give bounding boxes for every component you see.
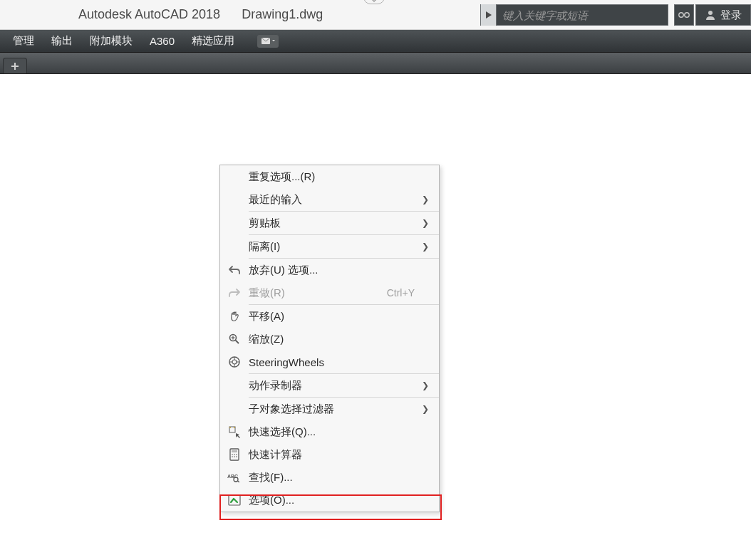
qat-dropdown-notch[interactable] [363, 0, 385, 4]
undo-icon [220, 264, 249, 276]
cm-clipboard[interactable]: 剪贴板 ❯ [220, 212, 439, 234]
new-tab-button[interactable] [3, 58, 27, 73]
cm-pan[interactable]: 平移(A) [220, 305, 439, 328]
context-menu: 重复选项...(R) 最近的输入 ❯ 剪贴板 ❯ 隔离(I) ❯ 放弃(U) 选… [219, 165, 440, 512]
svg-point-24 [234, 456, 235, 457]
zoom-icon [220, 333, 249, 346]
svg-point-22 [236, 454, 237, 455]
chevron-right-icon: ❯ [420, 195, 430, 204]
mail-dropdown-button[interactable] [257, 35, 279, 48]
svg-point-0 [679, 13, 683, 17]
wheel-icon [220, 356, 249, 368]
chevron-right-icon: ❯ [420, 380, 430, 390]
chevron-right-icon: ❯ [420, 242, 430, 252]
login-label: 登录 [720, 9, 742, 22]
svg-line-6 [236, 341, 239, 344]
title-bar: Autodesk AutoCAD 2018 Drawing1.dwg 登录 [0, 0, 751, 30]
svg-point-10 [232, 360, 237, 364]
chevron-right-icon: ❯ [420, 404, 430, 414]
cm-quick-calc[interactable]: 快速计算器 [220, 443, 439, 466]
find-icon: ABC [220, 472, 249, 482]
cm-steeringwheels[interactable]: SteeringWheels [220, 351, 439, 373]
login-button[interactable]: 登录 [695, 4, 751, 26]
cm-subobject-filter[interactable]: 子对象选择过滤器 ❯ [220, 398, 439, 420]
redo-icon [220, 287, 249, 299]
svg-point-20 [232, 454, 233, 455]
search-input[interactable] [497, 5, 668, 25]
app-title: Autodesk AutoCAD 2018 [78, 7, 220, 22]
ribbon-tabs: 管理 输出 附加模块 A360 精选应用 [0, 30, 751, 53]
tab-manage[interactable]: 管理 [13, 34, 34, 48]
svg-point-1 [685, 13, 689, 17]
cm-redo: 重做(R) Ctrl+Y [220, 281, 439, 304]
cm-undo[interactable]: 放弃(U) 选项... [220, 259, 439, 281]
svg-line-28 [238, 481, 240, 482]
document-name: Drawing1.dwg [242, 7, 323, 22]
cm-recent-input[interactable]: 最近的输入 ❯ [220, 188, 439, 211]
plus-icon [11, 62, 19, 71]
cm-find[interactable]: ABC 查找(F)... [220, 466, 439, 489]
user-icon [705, 9, 716, 21]
document-tab-strip [0, 53, 751, 74]
svg-point-21 [234, 454, 235, 455]
svg-text:ABC: ABC [227, 474, 238, 479]
cm-action-recorder[interactable]: 动作录制器 ❯ [220, 374, 439, 397]
tab-a360[interactable]: A360 [150, 35, 175, 47]
options-icon [220, 494, 249, 506]
tab-addons[interactable]: 附加模块 [90, 34, 133, 48]
title-right-cluster: 登录 [480, 0, 751, 30]
cm-repeat-options[interactable]: 重复选项...(R) [220, 165, 439, 188]
calculator-icon [220, 448, 249, 461]
infocenter-icon[interactable] [674, 4, 694, 26]
search-go-button[interactable] [481, 4, 497, 26]
cm-options[interactable]: 选项(O)... [220, 489, 439, 512]
cm-quick-select[interactable]: 快速选择(Q)... [220, 420, 439, 443]
svg-point-3 [708, 11, 713, 15]
tab-featured[interactable]: 精选应用 [192, 34, 234, 48]
svg-point-25 [236, 456, 237, 457]
chevron-right-icon: ❯ [420, 218, 430, 228]
svg-rect-19 [232, 450, 237, 452]
pan-icon [220, 310, 249, 323]
tab-output[interactable]: 输出 [51, 34, 73, 48]
cm-zoom[interactable]: 缩放(Z) [220, 328, 439, 351]
svg-point-23 [232, 456, 233, 457]
quick-select-icon [220, 425, 249, 438]
cm-isolate[interactable]: 隔离(I) ❯ [220, 235, 439, 258]
search-box [480, 4, 668, 26]
